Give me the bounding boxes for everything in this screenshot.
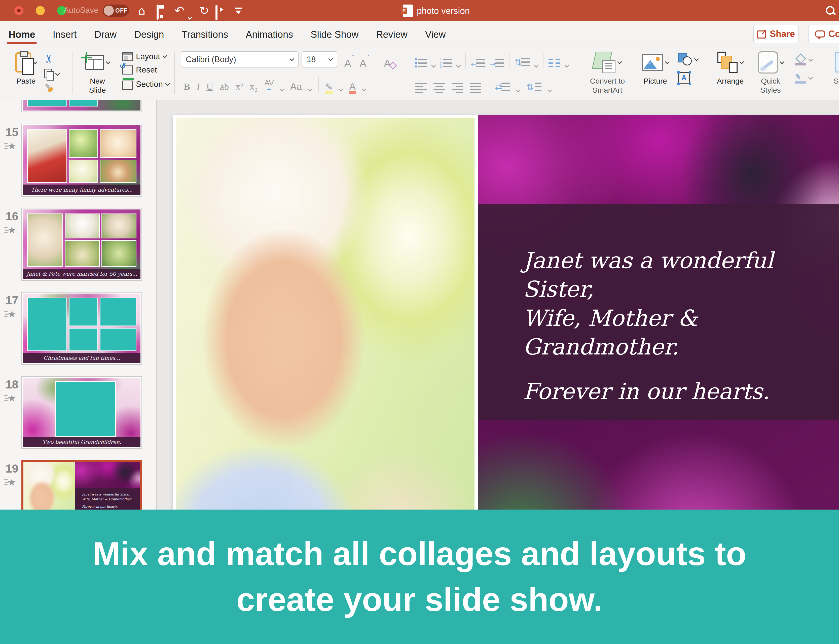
slide-thumbnail-15[interactable]: There were many family adventures... [21,123,142,197]
grow-font-button[interactable]: Aˆ [344,58,351,69]
animation-star-icon[interactable]: ★ [8,225,23,235]
columns-button[interactable] [548,59,560,69]
strikethrough-button[interactable]: ab [220,81,229,92]
shrink-font-button[interactable]: Aˇ [360,58,366,69]
shapes-icon[interactable] [678,53,692,66]
chevron-down-icon[interactable] [431,63,436,67]
slide-photo-woman[interactable] [176,118,475,543]
slide-thumbnail-14-partial[interactable] [21,100,142,112]
chevron-down-icon[interactable] [361,87,366,91]
chevron-down-icon[interactable] [808,75,813,80]
chevron-down-icon [780,59,784,64]
share-button[interactable]: Share [753,25,799,43]
bullets-button[interactable] [415,58,427,69]
chevron-down-icon[interactable] [516,88,520,92]
character-spacing-button[interactable]: AV↔ [264,79,274,92]
text-direction-button[interactable]: ⇅ [495,82,510,93]
home-icon[interactable]: ⌂ [138,5,145,16]
redo-icon[interactable]: ↻ [199,5,209,16]
slide-caption: Christmases and fun times... [23,353,140,363]
animation-star-icon[interactable]: ★ [8,309,23,319]
slide-photo-roses[interactable]: Janet was a wonderful Sister, Wife, Moth… [478,115,839,543]
animation-star-icon[interactable]: ★ [8,477,23,487]
tab-review[interactable]: Review [376,25,408,44]
justify-button[interactable] [470,82,481,93]
font-color-button[interactable]: A [349,81,355,92]
comments-button[interactable]: Com [808,25,839,43]
chevron-down-icon[interactable] [339,87,343,91]
shape-fill-icon[interactable] [795,54,806,66]
close-button[interactable] [14,6,23,15]
save-icon[interactable] [157,6,159,18]
tab-draw[interactable]: Draw [94,25,117,44]
text-overlay-band[interactable]: Janet was a wonderful Sister, Wife, Moth… [478,204,839,421]
chevron-down-icon[interactable] [308,87,312,91]
chevron-down-icon[interactable] [694,56,699,61]
change-case-button[interactable]: Aa [290,81,302,92]
quick-styles-button[interactable]: Quick Styles [752,50,790,95]
format-painter-icon[interactable] [42,81,56,95]
numbering-button[interactable] [440,58,452,69]
increase-indent-button[interactable]: → [490,58,504,69]
align-center-button[interactable] [433,82,445,93]
picture-button[interactable]: Picture [636,50,674,85]
play-from-slide-icon[interactable] [215,7,217,19]
bold-button[interactable]: B [184,81,190,92]
arrange-button[interactable]: Arrange [711,50,749,85]
reset-icon [122,66,133,74]
slide-thumbnail-18[interactable]: Two beautiful Grandchildren. [21,376,142,449]
tab-design[interactable]: Design [134,25,164,44]
subscript-button[interactable]: x₂ [250,81,258,92]
slide-thumbnail-16[interactable]: Janet & Pete were married for 50 years..… [21,208,142,281]
chevron-down-icon[interactable] [55,71,60,76]
undo-chevron-icon[interactable] [188,9,191,21]
align-text-button[interactable]: ⇅ [526,82,542,93]
slide-tools: Layout Reset Section [122,52,169,90]
autosave-toggle[interactable]: OFF [103,5,129,16]
new-slide-button[interactable]: New Slide [79,50,116,95]
section-button[interactable]: Section [122,79,169,90]
chevron-down-icon[interactable] [280,87,284,91]
tab-insert[interactable]: Insert [53,25,77,44]
search-icon[interactable] [826,5,836,16]
highlight-button[interactable]: ✎ [325,82,333,92]
underline-button[interactable]: U [207,81,213,92]
chevron-down-icon[interactable] [547,88,552,92]
decrease-indent-button[interactable]: ← [471,58,485,69]
text-box-icon[interactable]: A [678,72,690,84]
reset-button[interactable]: Reset [122,65,169,74]
animation-star-icon[interactable]: ★ [8,140,23,151]
align-right-button[interactable] [452,82,463,93]
autosave-label: AutoSave [64,5,99,15]
share-label: Share [770,29,795,39]
undo-icon[interactable]: ↶ [175,5,184,16]
line-spacing-button[interactable]: ⇅ [514,57,530,69]
tab-view[interactable]: View [425,25,446,44]
superscript-button[interactable]: x² [235,81,243,92]
italic-button[interactable]: I [197,81,200,92]
copy-icon[interactable] [44,69,53,79]
chevron-down-icon[interactable] [534,63,539,67]
tab-transitions[interactable]: Transitions [181,25,228,44]
shape-outline-icon[interactable]: ✎ [795,72,806,84]
chevron-down-icon[interactable] [456,63,461,67]
font-size-select[interactable]: 18 [302,51,337,67]
clear-formatting-button[interactable]: A [384,58,391,69]
chevron-down-icon[interactable] [808,57,813,61]
minimize-button[interactable] [36,6,45,15]
memorial-text[interactable]: Janet was a wonderful Sister, Wife, Moth… [523,246,839,406]
chevron-down-icon[interactable] [564,63,569,67]
tab-slide-show[interactable]: Slide Show [310,25,359,44]
convert-to-smartart-button[interactable]: Convert to SmartArt [583,50,631,95]
layout-button[interactable]: Layout [122,52,169,61]
current-slide[interactable]: Janet was a wonderful Sister, Wife, Moth… [173,115,839,543]
slide-thumbnail-17[interactable]: Christmases and fun times... [21,292,142,365]
tab-animations[interactable]: Animations [245,25,294,44]
paste-button[interactable]: Paste [10,50,42,85]
font-name-select[interactable]: Calibri (Body) [181,51,299,67]
tab-home[interactable]: Home [8,25,36,44]
cut-icon[interactable]: ✂ [43,54,55,64]
align-left-button[interactable] [415,82,427,93]
animation-star-icon[interactable]: ★ [8,393,23,403]
sensitivity-button[interactable]: Sens [832,50,839,85]
